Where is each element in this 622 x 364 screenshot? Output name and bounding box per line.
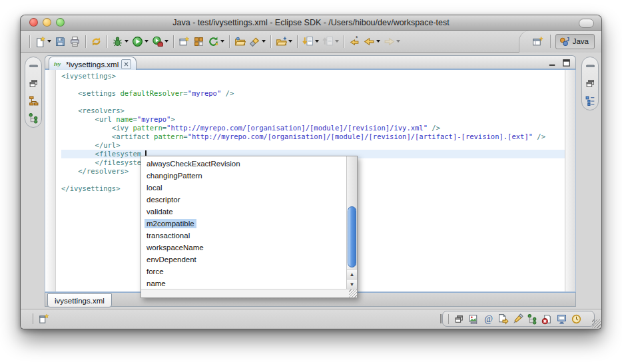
update-icon: [208, 36, 219, 47]
content-assist-item[interactable]: validate: [141, 206, 347, 218]
folder-menu-icon: [276, 36, 287, 47]
annotation-ruler[interactable]: [45, 70, 56, 291]
dropdown-arrow-icon[interactable]: [125, 40, 129, 43]
save-button[interactable]: [53, 35, 67, 49]
status-bar: @: [21, 309, 601, 329]
dropdown-arrow-icon[interactable]: [220, 40, 224, 43]
print-icon: [69, 36, 81, 47]
open-perspective-button[interactable]: [530, 35, 545, 49]
popup-resize-grip[interactable]: [349, 289, 357, 297]
content-assist-item[interactable]: descriptor: [141, 194, 347, 206]
scroll-up-button[interactable]: ▲: [347, 269, 357, 279]
brush-icon[interactable]: [512, 313, 523, 325]
plugin-button[interactable]: [192, 35, 206, 49]
minimize-bar[interactable]: [28, 61, 39, 72]
at-sign-icon[interactable]: @: [483, 313, 494, 325]
next-annotation-button[interactable]: [301, 35, 320, 49]
left-fastview-bar: [25, 57, 42, 128]
toolbar-separator: [344, 35, 344, 48]
dropdown-arrow-icon[interactable]: [47, 40, 51, 43]
forward-button[interactable]: [382, 35, 402, 49]
green-tree-icon[interactable]: [527, 313, 538, 325]
content-assist-item[interactable]: force: [141, 266, 347, 277]
divider: [33, 313, 33, 324]
refresh-button[interactable]: [89, 35, 103, 49]
popup-scrollbar[interactable]: ▲ ▼: [346, 156, 357, 289]
last-edit-location-button[interactable]: *: [348, 35, 362, 49]
toolbar-separator: [107, 35, 107, 48]
content-assist-item[interactable]: m2compatible: [141, 218, 347, 230]
run-button[interactable]: [131, 35, 150, 49]
code-line: <settings defaultResolver="myrepo" />: [61, 89, 565, 98]
java-perspective-button[interactable]: J Java: [555, 34, 595, 49]
new-button[interactable]: [33, 35, 53, 49]
package-hierarchy-icon[interactable]: [28, 95, 39, 106]
open-resource-button[interactable]: [233, 35, 247, 49]
popup-footer: [141, 289, 357, 297]
working-set-button[interactable]: [274, 35, 294, 49]
source-page-tab[interactable]: ivysettings.xml: [47, 293, 112, 307]
dropdown-arrow-icon[interactable]: [335, 40, 339, 43]
code-line: <ivy pattern="http://myrepo.com/[organis…: [61, 124, 565, 132]
debug-button[interactable]: [111, 35, 130, 49]
search-button[interactable]: [248, 35, 267, 49]
dropdown-arrow-icon[interactable]: [262, 40, 266, 43]
code-line: <resolvers>: [61, 106, 565, 115]
scroll-down-button[interactable]: ▼: [347, 279, 357, 289]
content-assist-item[interactable]: name: [141, 277, 347, 289]
editor-tab-row: ivy *ivysettings.xml: [45, 55, 576, 70]
update-button[interactable]: [206, 35, 226, 49]
dropdown-arrow-icon[interactable]: [164, 40, 168, 43]
print-button[interactable]: [68, 35, 82, 49]
outline-icon[interactable]: [585, 95, 596, 106]
close-tab-button[interactable]: [121, 59, 131, 69]
image-view-icon[interactable]: [468, 313, 479, 325]
history-clock-icon[interactable]: [571, 313, 582, 325]
dropdown-arrow-icon[interactable]: [288, 40, 292, 43]
minimize-bar[interactable]: [585, 61, 596, 72]
content-assist-item[interactable]: envDependent: [141, 254, 347, 266]
forward-icon: [384, 36, 395, 47]
divider: [550, 35, 551, 48]
console-icon[interactable]: [556, 313, 567, 325]
next-annotation-icon: [302, 36, 314, 47]
restore-icon[interactable]: [28, 78, 39, 89]
code-line: [61, 81, 565, 89]
type-tree-icon[interactable]: [28, 112, 39, 124]
restore-icon[interactable]: [585, 78, 596, 89]
content-assist-item[interactable]: changingPattern: [141, 170, 347, 182]
dropdown-arrow-icon[interactable]: [315, 40, 319, 43]
popup-scrollbar-thumb[interactable]: [348, 206, 356, 268]
content-assist-item[interactable]: local: [141, 182, 347, 194]
new-java-project-button[interactable]: [177, 35, 191, 49]
save-icon: [55, 36, 66, 47]
editor-tab-label: *ivysettings.xml: [66, 61, 119, 69]
debug-icon: [112, 36, 123, 47]
back-button[interactable]: [362, 35, 382, 49]
error-log-icon[interactable]: [541, 313, 553, 325]
plugin-icon: [193, 36, 204, 47]
prev-annotation-button[interactable]: [321, 35, 340, 49]
toolbar-toggle-lozenge[interactable]: [579, 19, 594, 28]
refresh-icon: [91, 36, 102, 47]
eclipse-window: Java - test/ivysettings.xml - Eclipse SD…: [20, 15, 602, 329]
editor-tab[interactable]: ivy *ivysettings.xml: [49, 57, 137, 71]
window-resize-grip[interactable]: [592, 319, 601, 328]
dropdown-arrow-icon[interactable]: [376, 40, 380, 43]
minimize-editor-button[interactable]: [547, 58, 557, 68]
external-tools-button[interactable]: [151, 35, 170, 49]
content-assist-item[interactable]: transactional: [141, 230, 347, 242]
toolbar-group: [274, 35, 294, 49]
export-doc-icon[interactable]: [497, 313, 509, 325]
content-assist-list: alwaysCheckExactRevisionchangingPatternl…: [141, 158, 347, 289]
content-assist-item[interactable]: alwaysCheckExactRevision: [141, 158, 347, 170]
content-assist-item[interactable]: workspaceName: [141, 242, 347, 254]
editor-vertical-scrollbar[interactable]: [565, 70, 575, 291]
svg-text:J: J: [566, 36, 569, 43]
fast-view-button[interactable]: [38, 313, 50, 325]
view-tray: @: [442, 311, 595, 327]
dropdown-arrow-icon[interactable]: [396, 40, 400, 43]
dropdown-arrow-icon[interactable]: [145, 40, 149, 43]
maximize-editor-button[interactable]: [561, 58, 571, 68]
restore-tray-button[interactable]: [454, 313, 465, 325]
